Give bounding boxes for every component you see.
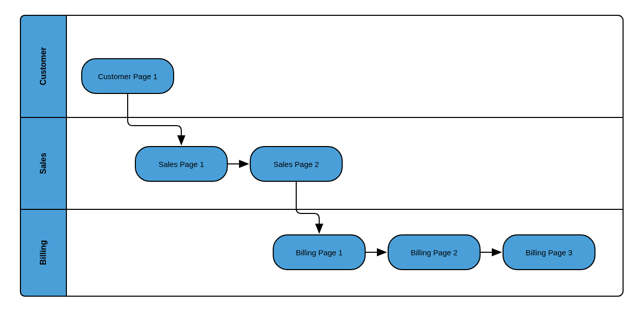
node-billing-page-3[interactable] bbox=[503, 235, 595, 270]
swimlane-diagram: Customer Sales Billing Customer Page 1 S… bbox=[0, 0, 644, 312]
edge-customer1-sales1 bbox=[128, 93, 181, 145]
node-sales-page-2[interactable] bbox=[250, 147, 342, 181]
node-customer-page-1[interactable] bbox=[82, 59, 174, 93]
node-billing-page-2[interactable] bbox=[388, 235, 480, 270]
node-billing-page-1[interactable] bbox=[273, 235, 365, 270]
edge-sales2-billing1 bbox=[296, 181, 319, 233]
node-sales-page-1[interactable] bbox=[135, 147, 227, 181]
diagram-svg bbox=[0, 0, 644, 312]
svg-rect-2 bbox=[20, 117, 66, 209]
